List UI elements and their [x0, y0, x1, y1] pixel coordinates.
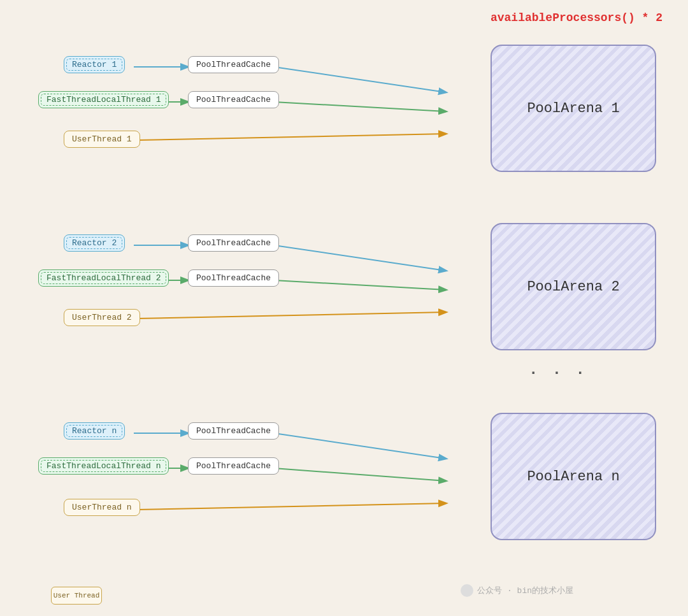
legend-user-thread-box: User Thread — [51, 587, 102, 605]
svg-line-13 — [274, 468, 446, 481]
svg-line-14 — [137, 503, 446, 510]
svg-line-1 — [274, 67, 446, 92]
pool-thread-cache-1-1: PoolThreadCache — [188, 56, 279, 73]
reactor-2-node: Reactor 2 — [64, 234, 125, 252]
pool-thread-cache-1-2: PoolThreadCache — [188, 91, 279, 108]
reactor-1-node: Reactor 1 — [64, 56, 125, 73]
watermark: 公众号 · bin的技术小屋 — [461, 584, 573, 597]
svg-line-4 — [137, 134, 446, 140]
svg-line-9 — [137, 312, 446, 319]
svg-line-8 — [274, 280, 446, 290]
pool-thread-cache-n-1: PoolThreadCache — [188, 422, 279, 440]
formula-label: availableProcessors() * 2 — [491, 11, 663, 24]
dots-separator: · · · — [529, 364, 587, 382]
legend-item-user-thread: User Thread — [51, 587, 102, 605]
pool-thread-cache-2-2: PoolThreadCache — [188, 269, 279, 287]
fast-thread-n-node: FastThreadLocalThread n — [38, 457, 169, 475]
user-thread-1-node: UserThread 1 — [64, 131, 140, 148]
legend: User Thread — [51, 587, 102, 605]
reactor-n-node: Reactor n — [64, 422, 125, 440]
canvas: availableProcessors() * 2 — [0, 0, 688, 616]
svg-line-11 — [274, 433, 446, 459]
user-thread-n-node: UserThread n — [64, 499, 140, 516]
pool-thread-cache-2-1: PoolThreadCache — [188, 234, 279, 252]
svg-line-6 — [274, 245, 446, 271]
pool-arena-1: PoolArena 1 — [491, 45, 656, 172]
pool-thread-cache-n-2: PoolThreadCache — [188, 457, 279, 475]
fast-thread-1-node: FastThreadLocalThread 1 — [38, 91, 169, 108]
pool-arena-n: PoolArena n — [491, 413, 656, 540]
watermark-icon — [461, 584, 473, 597]
user-thread-2-node: UserThread 2 — [64, 309, 140, 326]
fast-thread-2-node: FastThreadLocalThread 2 — [38, 269, 169, 287]
svg-line-3 — [274, 102, 446, 111]
pool-arena-2: PoolArena 2 — [491, 223, 656, 350]
